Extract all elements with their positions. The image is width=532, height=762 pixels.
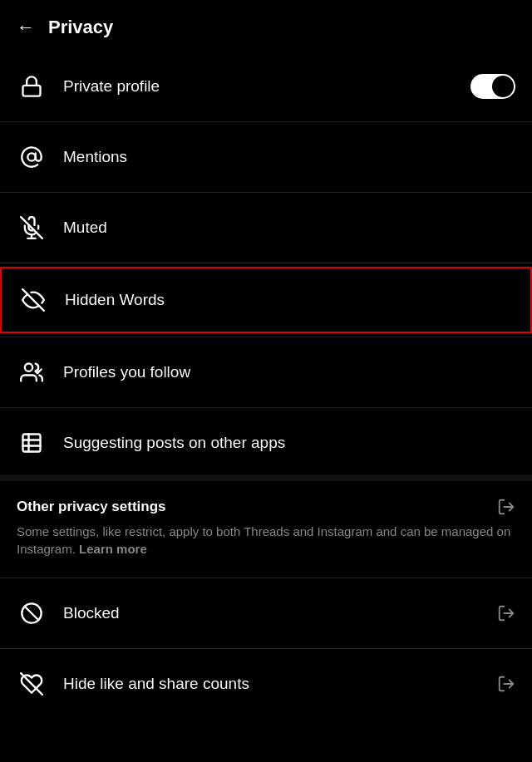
page-title: Privacy	[48, 17, 113, 38]
divider	[0, 121, 532, 122]
other-privacy-description: Some settings, like restrict, apply to b…	[17, 523, 515, 558]
divider	[0, 337, 532, 337]
menu-item-hidden-words[interactable]: Hidden Words	[0, 267, 532, 333]
learn-more-link[interactable]: Learn more	[79, 542, 147, 556]
blocked-icon	[17, 598, 47, 628]
hide-like-share-label: Hide like and share counts	[63, 675, 480, 693]
private-profile-toggle[interactable]	[470, 74, 515, 99]
other-privacy-section: Other privacy settings Some settings, li…	[0, 481, 532, 574]
svg-line-13	[25, 607, 38, 620]
divider	[0, 263, 532, 263]
hidden-words-label: Hidden Words	[65, 291, 514, 309]
svg-point-1	[27, 153, 35, 160]
blocked-label: Blocked	[63, 604, 480, 622]
suggesting-posts-label: Suggesting posts on other apps	[63, 434, 515, 452]
svg-rect-0	[23, 86, 41, 96]
svg-point-6	[25, 364, 32, 371]
private-profile-label: Private profile	[63, 77, 454, 96]
other-privacy-header[interactable]: Other privacy settings	[17, 498, 515, 516]
menu-item-private-profile[interactable]: Private profile	[0, 55, 532, 118]
hide-like-icon	[17, 669, 47, 699]
divider	[0, 407, 532, 408]
external-link-icon[interactable]	[497, 498, 515, 516]
profiles-follow-label: Profiles you follow	[63, 363, 515, 381]
other-privacy-title: Other privacy settings	[17, 499, 166, 515]
divider	[0, 578, 532, 578]
profiles-icon	[17, 357, 47, 387]
divider	[0, 192, 532, 193]
hide-like-external-icon[interactable]	[497, 675, 515, 693]
muted-icon	[17, 213, 47, 243]
mentions-label: Mentions	[63, 148, 515, 166]
menu-item-muted[interactable]: Muted	[0, 196, 532, 259]
lock-icon	[17, 71, 47, 101]
at-icon	[17, 142, 47, 172]
suggesting-icon	[17, 428, 47, 458]
menu-item-profiles-follow[interactable]: Profiles you follow	[0, 341, 532, 404]
blocked-external-icon[interactable]	[497, 604, 515, 622]
muted-label: Muted	[63, 219, 515, 237]
menu-item-blocked[interactable]: Blocked	[0, 582, 532, 645]
menu-item-mentions[interactable]: Mentions	[0, 125, 532, 189]
hidden-words-icon	[18, 285, 48, 315]
header: ← Privacy	[0, 0, 532, 55]
section-divider	[0, 474, 532, 481]
menu-item-hide-like-share[interactable]: Hide like and share counts	[0, 652, 532, 715]
svg-rect-7	[23, 435, 41, 452]
back-button[interactable]: ←	[17, 17, 35, 38]
menu-item-suggesting-posts[interactable]: Suggesting posts on other apps	[0, 411, 532, 474]
divider	[0, 648, 532, 649]
